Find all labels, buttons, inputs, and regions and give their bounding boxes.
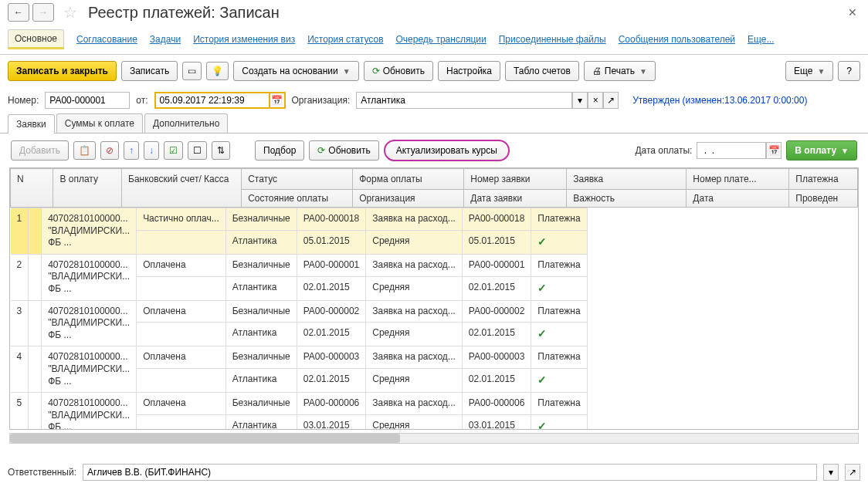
nav-forward-button[interactable]: →: [32, 3, 54, 22]
favorite-star-icon[interactable]: ☆: [63, 3, 77, 22]
cell-account: 40702810100000..."ВЛАДИМИРСКИ...ФБ ...: [42, 208, 137, 255]
horizontal-scrollbar[interactable]: [9, 433, 859, 444]
cell-req-date: 02.01.2015: [297, 323, 366, 346]
to-pay-button[interactable]: В оплату ▼: [786, 140, 857, 161]
check-icon: ✓: [537, 235, 547, 248]
close-icon[interactable]: ✕: [848, 6, 857, 19]
pay-date-field[interactable]: [697, 142, 766, 159]
table-row[interactable]: 4 40702810100000..."ВЛАДИМИРСКИ...ФБ ...…: [11, 346, 588, 369]
close-icon: ×: [593, 95, 598, 106]
date-field[interactable]: [154, 92, 270, 109]
col-request[interactable]: Заявка: [567, 169, 687, 190]
sub-refresh-button[interactable]: ⟳ Обновить: [309, 140, 378, 161]
chevron-down-icon: ▼: [817, 67, 825, 76]
cell-pay-num: PA00-000003: [462, 346, 531, 369]
requests-table[interactable]: N В оплату Банковский счет/ Касса Статус…: [9, 167, 859, 430]
save-button[interactable]: Записать: [121, 61, 178, 81]
col-payment[interactable]: Платежна: [789, 169, 858, 190]
delete-button[interactable]: ⊘: [100, 141, 119, 160]
save-close-button[interactable]: Записать и закрыть: [8, 61, 117, 81]
tab-additional[interactable]: Дополнительно: [144, 113, 228, 133]
cell-importance: Средняя: [366, 323, 463, 346]
move-up-button[interactable]: ↑: [124, 141, 139, 160]
accounts-button[interactable]: Табло счетов: [505, 61, 579, 81]
cell-n: 1: [11, 208, 29, 255]
col-pay-form[interactable]: Форма оплаты: [353, 169, 464, 190]
responsible-field[interactable]: [83, 464, 817, 481]
update-rates-button[interactable]: Актуализировать курсы: [384, 140, 510, 161]
create-based-button[interactable]: Создать на основании▼: [233, 61, 358, 81]
col-n[interactable]: N: [11, 169, 53, 208]
col-pay-status[interactable]: Состояние оплаты: [242, 190, 353, 208]
cell-req-num: PA00-000002: [297, 300, 366, 323]
add-button[interactable]: Добавить: [11, 140, 69, 161]
chevron-down-icon: ▾: [829, 467, 833, 478]
org-field[interactable]: [356, 92, 572, 109]
nav-main[interactable]: Основное: [8, 29, 64, 49]
cell-org: Атлантика: [225, 276, 297, 300]
cell-check: ✓: [531, 276, 587, 300]
cell-pay-form: Безналичные: [225, 208, 297, 231]
more-button[interactable]: Еще▼: [785, 61, 833, 81]
chevron-down-icon: ▼: [639, 67, 647, 76]
calendar-button[interactable]: 📅: [270, 92, 286, 109]
nav-approval[interactable]: Согласование: [76, 34, 137, 45]
responsible-dropdown-button[interactable]: ▾: [823, 464, 839, 481]
arrow-up-icon: ↑: [129, 145, 134, 156]
col-req-date[interactable]: Дата заявки: [464, 190, 567, 208]
copy-button[interactable]: 📋: [73, 141, 96, 160]
org-open-button[interactable]: ↗: [603, 92, 619, 109]
cell-importance: Средняя: [366, 276, 463, 300]
col-org[interactable]: Организация: [353, 190, 464, 208]
print-button[interactable]: 🖨 Печать▼: [584, 61, 656, 81]
col-status[interactable]: Статус: [242, 169, 353, 190]
cell-pay-status: [137, 414, 226, 430]
nav-visa-history[interactable]: История изменения виз: [193, 34, 295, 45]
scroll-thumb[interactable]: [10, 434, 400, 443]
number-field[interactable]: [45, 92, 130, 109]
help-button[interactable]: ?: [838, 61, 860, 81]
select-button[interactable]: Подбор: [255, 140, 304, 161]
check-all-button[interactable]: ☑: [164, 141, 183, 160]
col-bank-account[interactable]: Банковский счет/ Касса: [122, 169, 242, 208]
col-to-pay[interactable]: В оплату: [53, 169, 122, 208]
col-pay-num[interactable]: Номер плате...: [687, 169, 789, 190]
refresh-button[interactable]: ⟳ Обновить: [364, 61, 433, 81]
tab-requests[interactable]: Заявки: [8, 114, 55, 133]
nav-back-button[interactable]: ←: [8, 3, 29, 22]
col-date[interactable]: Дата: [687, 190, 789, 208]
nav-queue[interactable]: Очередь трансляции: [396, 34, 487, 45]
check-all-icon: ☑: [169, 145, 178, 156]
nav-messages[interactable]: Сообщения пользователей: [619, 34, 735, 45]
pay-date-calendar-button[interactable]: 📅: [766, 142, 782, 159]
cell-req-date: 02.01.2015: [297, 276, 366, 300]
cell-to-pay: [29, 254, 42, 300]
org-dropdown-button[interactable]: ▾: [572, 92, 588, 109]
org-clear-button[interactable]: ×: [588, 92, 603, 109]
bulb-icon-button[interactable]: 💡: [206, 62, 229, 80]
nav-files[interactable]: Присоединенные файлы: [499, 34, 606, 45]
card-icon: ▭: [188, 66, 196, 76]
col-importance[interactable]: Важность: [567, 190, 687, 208]
cell-to-pay: [29, 393, 42, 430]
cell-check: ✓: [531, 414, 587, 430]
move-down-button[interactable]: ↓: [144, 141, 159, 160]
toggle-button[interactable]: ⇅: [212, 141, 230, 160]
cell-request: Заявка на расход...: [366, 208, 463, 231]
tab-amounts[interactable]: Суммы к оплате: [56, 113, 143, 133]
toggle-icon: ⇅: [217, 145, 225, 156]
table-row[interactable]: 5 40702810100000..."ВЛАДИМИРСКИ...ФБ ...…: [11, 393, 588, 415]
cell-pay-num: PA00-000006: [462, 393, 531, 415]
uncheck-all-button[interactable]: ☐: [188, 141, 207, 160]
nav-tasks[interactable]: Задачи: [150, 34, 181, 45]
table-row[interactable]: 3 40702810100000..."ВЛАДИМИРСКИ...ФБ ...…: [11, 300, 588, 323]
table-row[interactable]: 1 40702810100000..."ВЛАДИМИРСКИ...ФБ ...…: [11, 208, 588, 231]
nav-more[interactable]: Еще...: [748, 34, 774, 45]
responsible-open-button[interactable]: ↗: [845, 464, 860, 481]
settings-button[interactable]: Настройка: [438, 61, 500, 81]
nav-status-history[interactable]: История статусов: [307, 34, 383, 45]
table-row[interactable]: 2 40702810100000..."ВЛАДИМИРСКИ...ФБ ...…: [11, 254, 588, 276]
col-processed[interactable]: Проведен: [789, 190, 858, 208]
col-req-num[interactable]: Номер заявки: [464, 169, 567, 190]
card-icon-button[interactable]: ▭: [182, 62, 202, 80]
